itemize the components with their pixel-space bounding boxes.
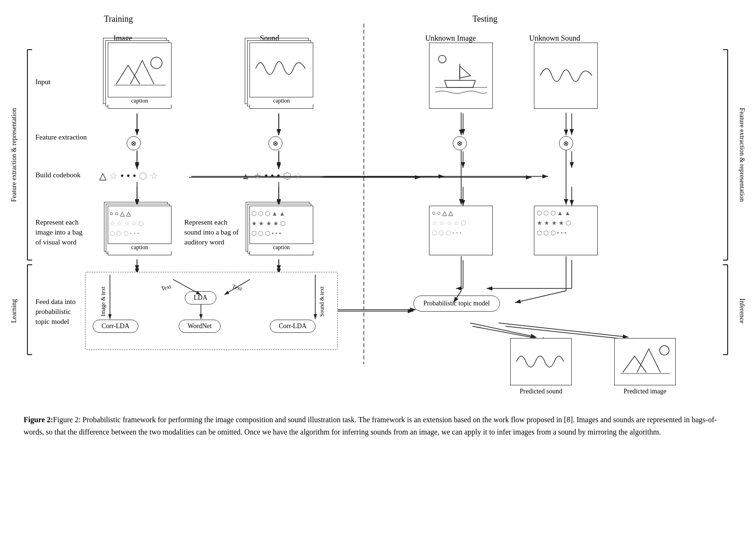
predicted-image-label: Predicted image	[614, 388, 676, 395]
learning-label-left: Learning	[10, 267, 18, 355]
input-label: Input	[35, 78, 51, 86]
unknown-sound-header: Unknown Sound	[529, 34, 580, 43]
feature-extract-unknown-snd: ⊗	[559, 136, 573, 150]
feature-extraction-label-left: Feature extraction & representation	[10, 50, 18, 260]
sound-word-bag: ⬡ ⬡ ⬡ ▲ ▲ ★ ★ ★ ★ ⬡ ⬡ ⬡ ⬡ • • • caption	[245, 206, 313, 260]
diagram-area: Training Testing Feature extraction & re…	[9, 9, 747, 402]
svg-point-42	[438, 55, 446, 63]
image-word-bag: ○ ○ △ △ ☆ ☆ ☆ ☆ ⬡ ⬡ ⬡ ⬡ • • • caption	[103, 206, 172, 260]
build-codebook-label: Build codebook	[35, 171, 80, 179]
testing-image-box	[429, 43, 493, 109]
image-word-bag-caption: caption	[108, 244, 172, 251]
learning-dashed-box: Corr-LDA Image & text LDA WordNet Text T…	[85, 272, 338, 350]
svg-line-71	[470, 323, 536, 337]
training-sound-caption: caption	[249, 97, 313, 104]
feature-extract-image: ⊗	[127, 136, 141, 150]
svg-line-69	[515, 291, 566, 303]
training-header: Training	[104, 14, 133, 24]
codebook-sound-symbols: ▲★•••⬡☆	[241, 170, 302, 182]
testing-image-word-bag: ○ ○ △ △ ☆ ☆ ☆ ☆ ⬡ ⬡ ⬡ ⬡ • • •	[429, 206, 493, 255]
svg-point-38	[151, 57, 162, 69]
sound-text-label: Sound & text	[318, 287, 326, 317]
sound-word-bag-caption: caption	[249, 244, 313, 251]
feature-extraction-label-right: Feature extraction & representation	[738, 50, 746, 260]
unknown-image-header: Unknown Image	[425, 34, 476, 43]
predicted-sound-label: Predicted sound	[510, 388, 572, 395]
inference-label-right: Inference	[738, 267, 746, 355]
training-sound-box: caption	[245, 43, 313, 113]
corr-lda-right: Corr-LDA	[270, 320, 316, 333]
wordnet-box: WordNet	[179, 320, 221, 333]
feature-extract-sound: ⊗	[268, 136, 283, 150]
represent-auditory-label: Represent eachsound into a bag ofauditor…	[184, 217, 253, 247]
main-container: Training Testing Feature extraction & re…	[9, 9, 747, 439]
svg-point-49	[660, 346, 669, 355]
lda-box: LDA	[185, 291, 216, 304]
testing-sound-word-bag: ⬡ ⬡ ⬡ ▲ ▲ ★ ★ ★ ★ ⬡ ⬡ ⬡ ⬡ • • •	[534, 206, 598, 255]
testing-sound-box	[534, 43, 598, 109]
feature-extract-unknown-img: ⊗	[453, 136, 467, 150]
training-image-box: caption	[103, 43, 172, 113]
feature-extraction-row-label: Feature extraction	[35, 133, 87, 141]
training-image-caption: caption	[108, 97, 172, 104]
predicted-sound-box	[510, 338, 572, 385]
testing-header: Testing	[472, 14, 498, 24]
text-label-left: Text	[160, 283, 172, 293]
codebook-image-symbols: △☆•••⬡☆	[99, 170, 158, 182]
svg-line-72	[498, 323, 628, 337]
text-label-right: Text	[231, 283, 242, 293]
image-text-label: Image & text	[100, 287, 107, 316]
prob-topic-model: Probabilistic topic model	[413, 296, 500, 312]
represent-visual-label: Represent eachimage into a bagof visual …	[35, 217, 97, 247]
corr-lda-left: Corr-LDA	[93, 320, 138, 333]
figure-caption: Figure 2:Figure 2: Probabilistic framewo…	[9, 414, 747, 439]
predicted-image-box	[614, 338, 676, 385]
